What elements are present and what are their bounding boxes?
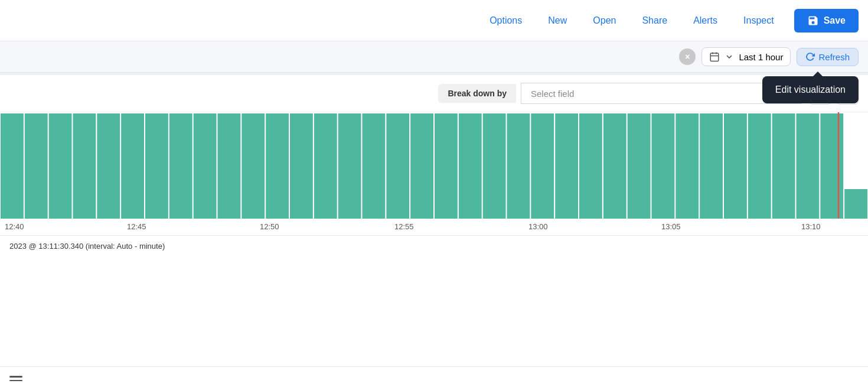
svg-rect-21 [338,113,361,219]
chevron-down-icon [725,52,734,61]
svg-rect-24 [410,113,433,219]
svg-rect-10 [73,113,96,219]
svg-rect-35 [676,113,699,219]
svg-rect-15 [194,113,217,219]
svg-rect-32 [603,113,626,219]
status-bar: 2023 @ 13:11:30.340 (interval: Auto - mi… [0,235,868,256]
svg-rect-36 [700,113,723,219]
hamburger-line-1 [9,376,22,378]
breakdown-bar: Break down by Select field ▾ [0,75,868,112]
svg-rect-22 [363,113,386,219]
time-picker[interactable]: Last 1 hour [701,47,791,66]
svg-rect-12 [121,113,144,219]
breakdown-label: Break down by [438,84,516,103]
svg-rect-13 [145,113,168,219]
svg-text:13:05: 13:05 [661,222,681,231]
chart-area [0,112,868,219]
svg-rect-20 [314,113,337,219]
hamburger-line-2 [9,380,22,382]
svg-text:12:40: 12:40 [5,222,24,231]
alerts-nav[interactable]: Alerts [680,15,730,26]
tooltip-box: Edit visualization [762,76,859,103]
svg-rect-27 [483,113,506,219]
svg-rect-41 [820,113,843,219]
time-bar: × Last 1 hour Refresh Edit visualization [0,41,868,73]
svg-rect-37 [724,113,747,219]
time-axis-svg: 12:40 12:45 12:50 12:55 13:00 13:05 13:1… [0,219,868,235]
new-nav[interactable]: New [535,15,580,26]
svg-rect-25 [435,113,458,219]
svg-text:13:00: 13:00 [528,222,548,231]
svg-rect-34 [652,113,675,219]
svg-rect-30 [555,113,578,219]
svg-rect-11 [97,113,120,219]
bottom-bar [0,366,868,390]
bar-chart [0,112,868,219]
svg-text:12:45: 12:45 [127,222,146,231]
svg-rect-9 [49,113,72,219]
save-button[interactable]: Save [794,9,859,32]
svg-rect-23 [386,113,409,219]
select-placeholder: Select field [531,89,574,99]
svg-rect-7 [1,113,24,219]
svg-text:13:10: 13:10 [801,222,821,231]
svg-rect-31 [579,113,602,219]
svg-rect-26 [459,113,482,219]
menu-button[interactable] [9,376,22,381]
time-range-label: Last 1 hour [739,52,783,62]
svg-rect-33 [628,113,651,219]
refresh-icon [805,52,815,61]
tooltip-container: Refresh Edit visualization [797,48,859,66]
open-nav[interactable]: Open [580,15,629,26]
svg-rect-16 [218,113,241,219]
svg-rect-18 [266,113,289,219]
svg-rect-8 [25,113,48,219]
svg-rect-42 [844,189,867,219]
status-text: 2023 @ 13:11:30.340 (interval: Auto - mi… [9,242,165,251]
svg-rect-29 [531,113,554,219]
save-icon [807,15,819,27]
top-nav: Options New Open Share Alerts Inspect Sa… [0,0,868,41]
refresh-button[interactable]: Refresh [797,48,859,66]
calendar-icon [709,51,720,62]
svg-rect-0 [711,53,719,61]
svg-rect-39 [772,113,795,219]
refresh-label: Refresh [818,52,850,62]
svg-rect-38 [748,113,771,219]
svg-text:12:50: 12:50 [260,222,279,231]
svg-rect-14 [169,113,192,219]
inspect-nav[interactable]: Inspect [730,15,787,26]
options-nav[interactable]: Options [477,15,535,26]
svg-rect-17 [242,113,265,219]
svg-rect-19 [290,113,313,219]
svg-text:12:55: 12:55 [394,222,414,231]
save-label: Save [824,15,846,26]
tooltip-text: Edit visualization [775,84,846,95]
time-axis: 12:40 12:45 12:50 12:55 13:00 13:05 13:1… [0,219,868,235]
clear-button[interactable]: × [679,48,696,65]
svg-rect-40 [797,113,820,219]
share-nav[interactable]: Share [629,15,680,26]
svg-rect-28 [507,113,530,219]
